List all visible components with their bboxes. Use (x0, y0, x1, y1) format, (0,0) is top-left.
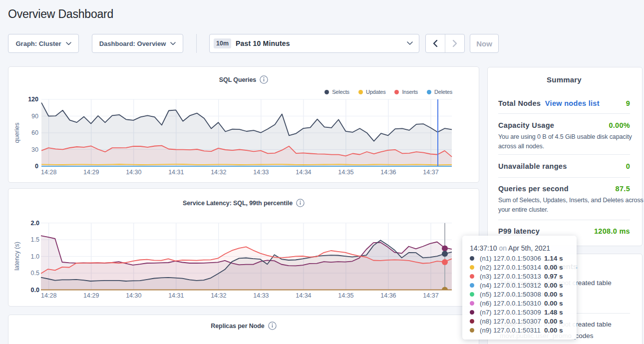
svg-text:14:32: 14:32 (211, 292, 226, 299)
svg-text:0: 0 (35, 163, 38, 170)
svg-text:2.0: 2.0 (31, 220, 39, 227)
svg-text:120: 120 (28, 96, 38, 103)
svg-text:14:36: 14:36 (380, 292, 396, 299)
svg-text:14:37: 14:37 (423, 169, 438, 176)
svg-text:1.0: 1.0 (31, 253, 39, 260)
svg-text:14:33: 14:33 (253, 169, 269, 176)
svg-text:14:29: 14:29 (83, 292, 99, 299)
svg-text:1.5: 1.5 (31, 236, 39, 243)
svg-text:queries: queries (13, 123, 20, 143)
svg-text:14:35: 14:35 (338, 169, 353, 176)
svg-text:14:37: 14:37 (423, 292, 438, 299)
svg-text:14:28: 14:28 (41, 292, 56, 299)
svg-text:14:32: 14:32 (211, 169, 226, 176)
svg-text:14:34: 14:34 (296, 292, 311, 299)
svg-text:14:36: 14:36 (380, 169, 396, 176)
svg-text:14:31: 14:31 (168, 169, 184, 176)
svg-text:latency (s): latency (s) (13, 242, 20, 271)
svg-text:0.0: 0.0 (31, 287, 39, 294)
svg-text:30: 30 (31, 146, 38, 153)
svg-text:14:29: 14:29 (83, 169, 99, 176)
svg-text:14:30: 14:30 (126, 292, 141, 299)
svg-text:14:28: 14:28 (41, 169, 56, 176)
svg-text:0.5: 0.5 (31, 270, 39, 277)
svg-text:60: 60 (31, 129, 38, 136)
svg-text:14:35: 14:35 (338, 292, 353, 299)
svg-text:14:33: 14:33 (253, 292, 269, 299)
svg-text:14:31: 14:31 (168, 292, 184, 299)
svg-text:90: 90 (31, 113, 38, 120)
svg-text:14:34: 14:34 (296, 169, 311, 176)
svg-text:14:30: 14:30 (126, 169, 141, 176)
